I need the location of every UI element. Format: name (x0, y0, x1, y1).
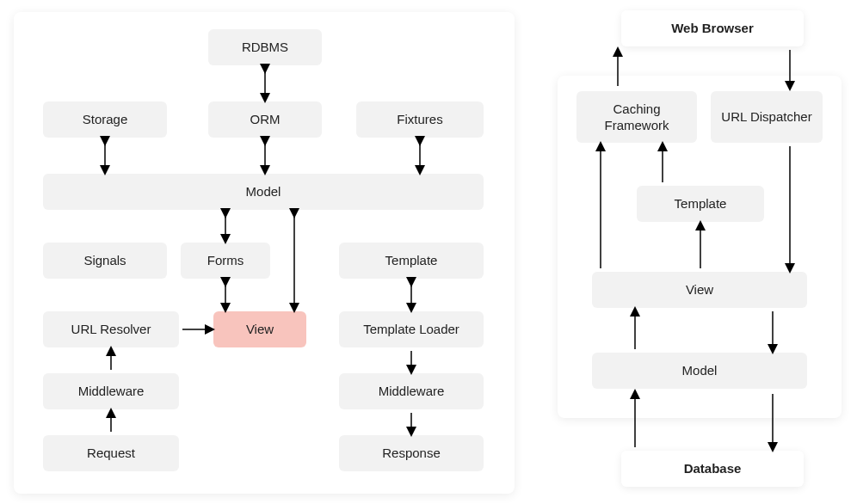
node-middleware-left: Middleware (43, 373, 179, 409)
node-view-right: View (592, 272, 807, 308)
node-middleware-right: Middleware (339, 373, 484, 409)
label: Middleware (379, 383, 445, 400)
node-model-right: Model (592, 353, 807, 389)
label: View (686, 281, 713, 298)
label: Fixtures (397, 111, 442, 128)
label: Signals (83, 252, 126, 269)
node-template-right: Template (637, 186, 764, 222)
label: RDBMS (242, 39, 288, 56)
node-url-resolver: URL Resolver (43, 311, 179, 347)
label: URL Dispatcher (721, 108, 811, 126)
node-model: Model (43, 174, 484, 210)
node-view: View (213, 311, 306, 347)
label: Response (382, 445, 441, 462)
node-rdbms: RDBMS (208, 29, 322, 65)
label: Forms (207, 252, 244, 269)
label: View (246, 321, 274, 338)
label: ORM (250, 111, 281, 128)
node-caching-framework: Caching Framework (576, 91, 697, 143)
label: Request (87, 445, 135, 462)
node-storage: Storage (43, 101, 167, 138)
node-response: Response (339, 435, 484, 471)
node-url-dispatcher: URL Dispatcher (711, 91, 823, 143)
label: Database (684, 460, 742, 477)
node-template-loader: Template Loader (339, 311, 484, 347)
label: Storage (83, 111, 128, 128)
node-template: Template (339, 243, 484, 279)
label: URL Resolver (71, 321, 151, 338)
node-web-browser: Web Browser (621, 10, 804, 46)
label: Template Loader (363, 321, 459, 338)
label: Model (682, 362, 718, 379)
label: Caching Framework (583, 101, 690, 134)
right-panel: Caching Framework URL Dispatcher Templat… (558, 76, 842, 418)
label: Template (385, 252, 438, 269)
node-request: Request (43, 435, 179, 471)
label: Model (246, 183, 281, 200)
node-database: Database (621, 451, 804, 487)
node-signals: Signals (43, 243, 167, 279)
node-forms: Forms (181, 243, 270, 279)
label: Web Browser (671, 20, 754, 37)
left-panel: RDBMS Storage ORM Fixtures Model Signals… (14, 12, 515, 494)
label: Template (675, 195, 727, 212)
label: Middleware (78, 383, 145, 400)
node-orm: ORM (208, 101, 322, 138)
node-fixtures: Fixtures (356, 101, 484, 138)
